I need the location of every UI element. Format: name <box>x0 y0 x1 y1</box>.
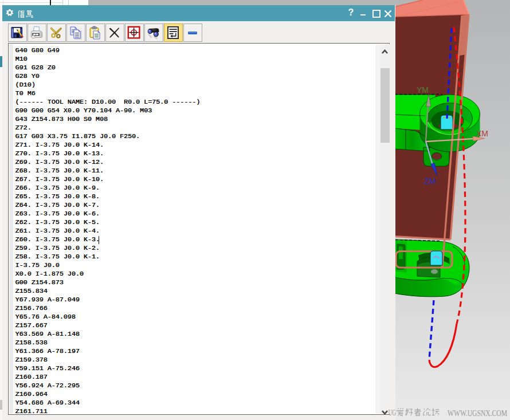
svg-text:XM: XM <box>476 129 488 138</box>
svg-text:UG: UG <box>389 409 397 417</box>
svg-text:ZM: ZM <box>424 176 436 186</box>
svg-text:WWW.UGSNX.COM: WWW.UGSNX.COM <box>448 409 507 418</box>
svg-text:?: ? <box>348 7 354 16</box>
svg-text:YM: YM <box>417 85 429 95</box>
